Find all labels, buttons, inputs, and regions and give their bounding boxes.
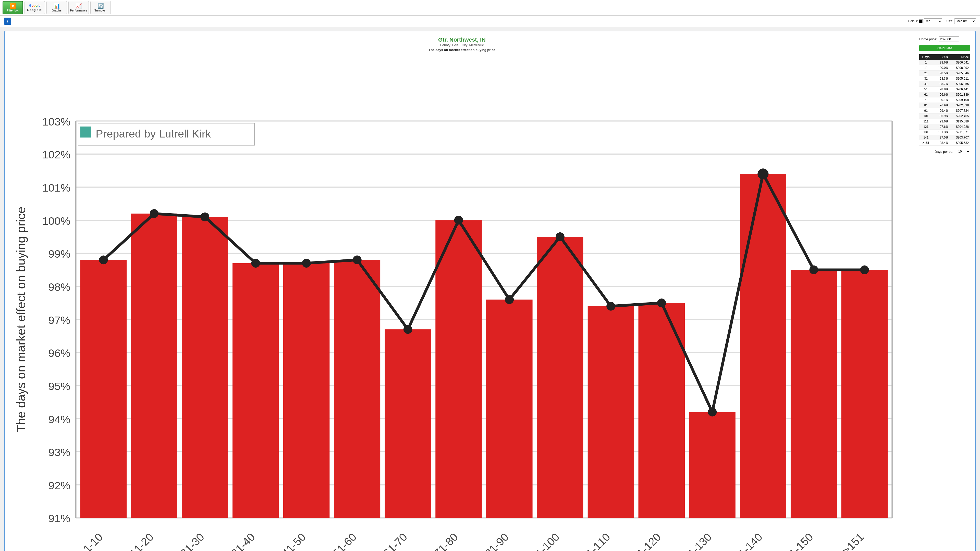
dot-8 — [454, 216, 463, 225]
row-days: 11 — [919, 65, 932, 71]
bar-1-10 — [80, 260, 127, 518]
row-sa: 93.6% — [932, 119, 950, 124]
col-header-sa: S/A% — [932, 54, 950, 60]
google-logo: Google — [29, 3, 41, 8]
home-price-input[interactable] — [939, 37, 959, 42]
table-row: 91 99.4% $207,724 — [919, 108, 970, 114]
bar-11-20 — [131, 213, 177, 518]
table-row: 21 98.5% $205,846 — [919, 71, 970, 76]
row-days: 51 — [919, 87, 932, 92]
row-sa: 98.6% — [932, 60, 950, 65]
table-row: 101 96.9% $202,465 — [919, 114, 970, 119]
row-days: >151 — [919, 140, 932, 146]
calculate-button[interactable]: Calculate — [919, 45, 970, 51]
row-sa: 96.9% — [932, 114, 950, 119]
y-label-103: 103% — [42, 116, 70, 128]
row-price: $202,598 — [950, 103, 970, 108]
row-days: 41 — [919, 81, 932, 87]
table-row: 81 96.9% $202,598 — [919, 103, 970, 108]
turnover-icon: 🔄 — [97, 3, 104, 8]
performance-label: Performance — [70, 9, 87, 12]
google-it-button[interactable]: Google Google It! — [24, 1, 45, 14]
dot-9 — [505, 295, 514, 304]
graphs-label: Graphs — [52, 9, 62, 12]
dot-5 — [302, 259, 311, 268]
row-days: 31 — [919, 76, 932, 81]
bar-41-50 — [283, 263, 330, 518]
colour-swatch — [919, 19, 923, 23]
top-nav: 🔽 Filter by: Google Google It! 📊 Graphs … — [0, 0, 980, 16]
y-label-91: 91% — [48, 513, 70, 525]
bar-21-30 — [182, 217, 228, 518]
row-days: 71 — [919, 97, 932, 103]
y-label-95: 95% — [48, 380, 70, 392]
row-price: $202,465 — [950, 114, 970, 119]
row-price: $208,992 — [950, 65, 970, 71]
bar-61-70 — [385, 329, 431, 518]
col-header-days: Days — [919, 54, 932, 60]
row-days: 81 — [919, 103, 932, 108]
table-row: 61 96.6% $201,839 — [919, 92, 970, 97]
row-sa: 101.3% — [932, 130, 950, 135]
chart-container: Gtr. Northwest, IN County: LAKE City: Me… — [4, 31, 976, 551]
chart-right-panel: Home price: Calculate Days S/A% Price 1 … — [919, 37, 970, 551]
row-days: 101 — [919, 114, 932, 119]
bar-71-80 — [435, 220, 482, 518]
performance-button[interactable]: 📈 Performance — [68, 1, 89, 14]
chart-subtitle: The days on market effect on buying pric… — [10, 48, 914, 52]
y-label-102: 102% — [42, 148, 70, 161]
info-row: i Colour: red blue green Size: Small Med… — [0, 16, 980, 27]
chart-left: Gtr. Northwest, IN County: LAKE City: Me… — [10, 37, 914, 551]
y-label-99: 99% — [48, 248, 70, 260]
dot-13 — [708, 408, 717, 416]
y-label-97: 97% — [48, 314, 70, 326]
row-sa: 97.5% — [932, 135, 950, 140]
col-header-price: Price — [950, 54, 970, 60]
dot-16 — [860, 265, 869, 274]
row-sa: 98.7% — [932, 81, 950, 87]
dot-1 — [99, 256, 108, 265]
dot-11 — [606, 302, 615, 311]
bar-gt151 — [842, 270, 888, 518]
table-row: 31 98.3% $205,511 — [919, 76, 970, 81]
table-row: 121 97.6% $204,028 — [919, 124, 970, 130]
y-label-98: 98% — [48, 281, 70, 293]
row-price: $195,589 — [950, 119, 970, 124]
google-it-label: Google It! — [27, 8, 43, 12]
turnover-button[interactable]: 🔄 Turnover — [90, 1, 111, 14]
colour-select[interactable]: red blue green — [924, 18, 942, 24]
home-price-row: Home price: — [919, 37, 970, 42]
svg-rect-17 — [80, 127, 91, 138]
info-icon-button[interactable]: i — [4, 17, 11, 25]
table-row: 111 93.6% $195,589 — [919, 119, 970, 124]
row-price: $206,355 — [950, 81, 970, 87]
dot-4 — [251, 259, 260, 268]
row-price: $206,441 — [950, 87, 970, 92]
days-per-bar-select[interactable]: 5 10 15 20 — [956, 149, 970, 154]
main-content: Gtr. Northwest, IN County: LAKE City: Me… — [0, 27, 980, 551]
table-row: 71 100.1% $209,108 — [919, 97, 970, 103]
chart-county-city: County: LAKE City: Merrillville — [10, 43, 914, 47]
days-per-bar-label: Days per bar: — [935, 150, 955, 154]
size-select[interactable]: Small Medium Large — [954, 18, 976, 24]
filter-by-label: Filter by: — [7, 9, 19, 12]
colour-control: Colour: red blue green — [908, 18, 942, 24]
row-days: 111 — [919, 119, 932, 124]
table-row: 131 101.3% $211,671 — [919, 130, 970, 135]
bar-141-150 — [791, 270, 837, 518]
bar-101-110 — [588, 306, 634, 518]
graphs-button[interactable]: 📊 Graphs — [46, 1, 67, 14]
y-label-92: 92% — [48, 479, 70, 492]
chart-region: Gtr. Northwest, IN — [10, 37, 914, 43]
table-row: 141 97.5% $203,707 — [919, 135, 970, 140]
row-sa: 98.3% — [932, 76, 950, 81]
bar-91-100 — [537, 237, 584, 518]
filter-icon: 🔽 — [10, 3, 16, 8]
row-sa: 99.4% — [932, 108, 950, 114]
colour-label: Colour: — [908, 19, 918, 23]
dot-2 — [150, 209, 159, 218]
row-sa: 98.5% — [932, 71, 950, 76]
row-price: $203,707 — [950, 135, 970, 140]
filter-by-button[interactable]: 🔽 Filter by: — [3, 1, 23, 14]
dot-14 — [757, 168, 768, 179]
